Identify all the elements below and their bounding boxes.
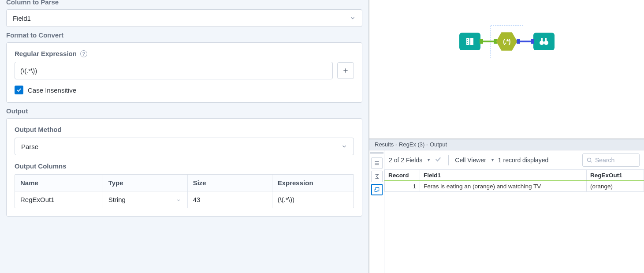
cell-record: 1 <box>385 181 420 192</box>
results-toolbar: 2 of 2 Fields ▾ Cell Viewer ▾ 1 record d… <box>384 150 644 170</box>
add-regex-button[interactable] <box>337 62 354 79</box>
chevron-down-icon <box>350 15 356 21</box>
cell-field1: Feras is eating an (orange) and watching… <box>420 181 587 192</box>
svg-line-14 <box>590 161 592 162</box>
svg-point-13 <box>587 158 591 161</box>
search-placeholder: Search <box>595 157 614 164</box>
output-method-value: Parse <box>21 143 38 150</box>
right-pane: (.*) Results - RegEx (3) - Output <box>369 0 644 273</box>
output-columns-label: Output Columns <box>15 162 354 170</box>
connector <box>480 41 496 42</box>
case-insensitive-label: Case Insensitive <box>28 86 76 94</box>
col-header-field1[interactable]: Field1 <box>420 170 587 181</box>
chevron-down-icon <box>341 143 347 150</box>
text-input-tool-icon[interactable] <box>459 33 480 50</box>
cell-type[interactable]: String <box>103 191 188 208</box>
col-header-expression: Expression <box>272 175 354 191</box>
svg-point-4 <box>467 43 468 44</box>
output-fieldset: Output Method Parse Output Columns Name … <box>6 118 362 217</box>
svg-rect-7 <box>541 38 543 41</box>
results-search-input[interactable]: Search <box>582 153 640 167</box>
svg-marker-12 <box>375 187 379 191</box>
column-to-parse-label: Column to Parse <box>6 0 362 6</box>
drag-handle-icon[interactable] <box>370 152 383 156</box>
list-view-button[interactable] <box>371 157 383 169</box>
svg-point-3 <box>467 41 468 42</box>
data-view-button[interactable] <box>371 184 383 195</box>
regex-input[interactable] <box>15 62 333 79</box>
format-fieldset: Regular Expression ? Case Insensitive <box>6 42 362 103</box>
check-icon[interactable] <box>434 155 442 165</box>
cell-regexout1: (orange) <box>587 181 644 192</box>
cell-viewer-label[interactable]: Cell Viewer <box>455 157 486 164</box>
output-method-label: Output Method <box>15 126 354 133</box>
results-title: Results - RegEx (3) - Output <box>369 139 644 150</box>
format-to-convert-label: Format to Convert <box>6 31 362 39</box>
chevron-down-icon <box>176 197 182 203</box>
cell-size[interactable]: 43 <box>188 191 272 208</box>
col-header-regexout1[interactable]: RegExOut1 <box>587 170 644 181</box>
svg-point-2 <box>467 39 468 40</box>
svg-rect-8 <box>545 38 547 41</box>
sigma-view-button[interactable] <box>371 171 383 182</box>
svg-point-5 <box>540 41 544 45</box>
caret-down-icon[interactable]: ▾ <box>491 157 494 162</box>
record-count: 1 record displayed <box>498 157 548 164</box>
caret-down-icon[interactable]: ▾ <box>428 157 430 162</box>
output-columns-table: Name Type Size Expression RegExOut1 Stri… <box>15 174 354 208</box>
table-row[interactable]: RegExOut1 String 43 (\(.*\)) <box>15 191 354 208</box>
output-label: Output <box>6 107 362 115</box>
divider <box>448 155 449 165</box>
col-header-type: Type <box>103 175 188 191</box>
col-header-record[interactable]: Record <box>385 170 420 181</box>
regex-label-row: Regular Expression ? <box>15 50 354 57</box>
results-table[interactable]: Record Field1 RegExOut1 1 Feras is eatin… <box>384 170 644 192</box>
cell-name[interactable]: RegExOut1 <box>15 191 103 208</box>
svg-point-6 <box>544 41 548 45</box>
column-to-parse-value: Field1 <box>13 15 31 22</box>
cell-expression[interactable]: (\(.*\)) <box>272 191 354 208</box>
results-panel: Results - RegEx (3) - Output 2 of 2 Fiel… <box>369 139 644 273</box>
workflow-canvas[interactable]: (.*) <box>369 0 644 139</box>
connector <box>517 41 533 42</box>
output-method-select[interactable]: Parse <box>15 138 354 155</box>
case-insensitive-checkbox[interactable] <box>15 86 23 94</box>
browse-tool-icon[interactable] <box>533 33 555 50</box>
fields-summary[interactable]: 2 of 2 Fields <box>389 157 422 164</box>
col-header-name: Name <box>15 175 103 191</box>
help-icon[interactable]: ? <box>80 50 87 57</box>
regex-label: Regular Expression <box>15 50 77 57</box>
config-panel: Column to Parse Field1 Format to Convert… <box>0 0 369 273</box>
col-header-size: Size <box>188 175 272 191</box>
results-gutter <box>369 150 384 273</box>
column-to-parse-select[interactable]: Field1 <box>6 9 362 27</box>
regex-tool-icon[interactable]: (.*) <box>496 32 517 51</box>
table-row[interactable]: 1 Feras is eating an (orange) and watchi… <box>385 181 644 192</box>
